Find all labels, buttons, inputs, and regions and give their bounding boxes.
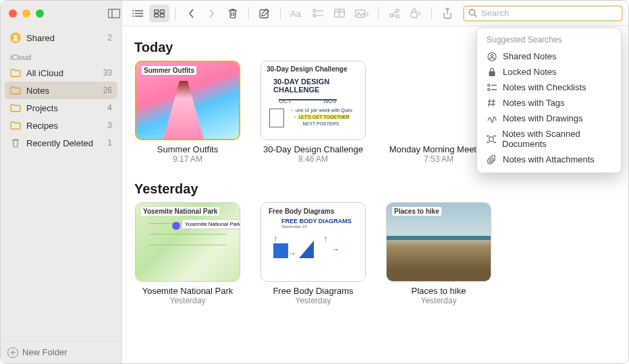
suggested-item-drawings[interactable]: Notes with Drawings — [480, 111, 618, 126]
svg-text:Aa: Aa — [290, 9, 302, 18]
thumb-line: FREE BODY DIAGRAMS — [281, 218, 352, 224]
new-note-button[interactable] — [254, 5, 275, 22]
note-thumbnail: 30-DAY DESIGN CHALLENGE → one UI per wee… — [261, 61, 366, 140]
toolbar-separator — [280, 7, 281, 20]
sidebar-item-label: All iCloud — [26, 68, 63, 78]
suggested-item-label: Shared Notes — [503, 51, 557, 61]
sidebar-item-label: Recently Deleted — [26, 138, 93, 148]
svg-point-6 — [132, 10, 134, 11]
trash-icon — [10, 138, 21, 148]
search-field[interactable] — [463, 5, 623, 22]
sidebar-item-count: 2 — [107, 33, 112, 42]
suggested-item-scanned[interactable]: Notes with Scanned Documents — [480, 126, 618, 152]
table-button[interactable] — [329, 5, 350, 22]
note-card[interactable]: 30-DAY DESIGN CHALLENGE → one UI per wee… — [260, 61, 366, 164]
list-view-button[interactable] — [128, 5, 148, 22]
svg-line-40 — [493, 99, 493, 107]
sidebar-item-recipes[interactable]: Recipes 3 — [5, 117, 117, 134]
share-button[interactable] — [437, 5, 458, 22]
thumb-line: September 19 — [281, 224, 307, 229]
svg-rect-0 — [109, 9, 120, 18]
note-card[interactable]: Places to hike Places to hike Yesterday — [385, 202, 492, 305]
close-window-button[interactable] — [9, 9, 17, 18]
suggested-item-label: Notes with Scanned Documents — [502, 129, 611, 149]
note-thumbnail: Places to hike — [386, 202, 491, 282]
svg-point-8 — [132, 16, 134, 17]
svg-point-15 — [313, 9, 316, 12]
svg-rect-43 — [489, 137, 493, 142]
suggested-item-shared[interactable]: Shared Notes — [480, 49, 618, 64]
sidebar-item-recently-deleted[interactable]: Recently Deleted 1 — [5, 134, 117, 152]
scribble-icon — [487, 113, 497, 123]
media-button[interactable] — [351, 5, 373, 22]
sidebar-item-count: 1 — [107, 138, 112, 148]
note-time: Yesterday — [134, 296, 241, 305]
suggested-item-label: Notes with Drawings — [503, 113, 583, 123]
sidebar-item-label: Notes — [26, 86, 49, 96]
svg-point-33 — [491, 54, 493, 57]
svg-line-27 — [393, 11, 396, 15]
toggle-sidebar-icon[interactable] — [107, 6, 121, 21]
note-title: Places to hike — [385, 286, 492, 296]
sidebar-item-shared[interactable]: Shared 2 — [5, 29, 117, 47]
thumb-line: 30-DAY DESIGN — [273, 78, 329, 86]
svg-rect-29 — [411, 12, 417, 18]
thumb-bullets: → one UI per week with Ques→ LET'S GET T… — [290, 107, 352, 127]
sidebar-item-notes[interactable]: Notes 26 — [5, 82, 117, 99]
folder-icon — [10, 121, 21, 130]
svg-line-31 — [474, 15, 477, 18]
svg-rect-9 — [155, 9, 159, 13]
note-card[interactable]: Summer Outfits Summer Outfits 9:17 AM — [134, 61, 241, 164]
checklist-button[interactable] — [308, 5, 328, 22]
arrow-icon: → — [331, 245, 339, 254]
note-card[interactable]: FREE BODY DIAGRAMS September 19 ↑ → ↑ → … — [260, 202, 366, 305]
sidebar-item-label: Projects — [26, 103, 58, 113]
search-icon — [468, 9, 477, 18]
suggested-item-tags[interactable]: Notes with Tags — [480, 95, 618, 111]
new-folder-label: New Folder — [22, 347, 67, 357]
folder-icon — [10, 103, 21, 113]
svg-rect-34 — [489, 71, 495, 76]
suggested-item-label: Notes with Tags — [503, 98, 565, 108]
suggested-searches-popover: Suggested Searches Shared Notes Locked N… — [476, 28, 622, 173]
thumb-title: 30-Day Design Challenge — [267, 65, 347, 73]
back-button[interactable] — [181, 5, 201, 22]
lock-button[interactable] — [406, 5, 426, 22]
hashtag-icon — [487, 98, 497, 108]
lock-icon — [487, 67, 497, 77]
plus-circle-icon — [7, 347, 18, 358]
suggested-item-label: Notes with Attachments — [503, 154, 595, 164]
note-thumbnail: Summer Outfits — [135, 61, 240, 140]
svg-point-37 — [487, 88, 489, 90]
new-folder-button[interactable]: New Folder — [1, 340, 121, 363]
svg-point-17 — [313, 14, 316, 17]
suggested-item-locked[interactable]: Locked Notes — [480, 64, 618, 80]
suggested-item-attachments[interactable]: Notes with Attachments — [480, 152, 618, 167]
delete-button[interactable] — [223, 5, 243, 22]
svg-point-30 — [469, 9, 474, 15]
map-label: Yosemite National Park — [182, 219, 240, 229]
svg-rect-13 — [260, 9, 268, 18]
thumb-title: Places to hike — [392, 207, 441, 216]
triangle-icon — [299, 241, 314, 258]
forward-button[interactable] — [201, 5, 221, 22]
gallery-view-button[interactable] — [149, 5, 169, 22]
link-note-button[interactable] — [384, 5, 404, 22]
sidebar-item-projects[interactable]: Projects 4 — [5, 99, 117, 117]
note-card[interactable]: Yosemite National Park Yosemite National… — [134, 202, 241, 305]
suggested-item-checklists[interactable]: Notes with Checklists — [480, 80, 618, 95]
fullscreen-window-button[interactable] — [36, 9, 44, 18]
note-time: Yesterday — [385, 296, 492, 305]
sidebar-item-count: 33 — [103, 68, 112, 78]
svg-line-39 — [489, 99, 489, 107]
svg-point-7 — [132, 13, 134, 14]
sidebar-item-all-icloud[interactable]: All iCloud 33 — [5, 64, 117, 82]
format-button[interactable]: Aa — [286, 5, 306, 22]
folder-icon — [10, 86, 21, 95]
sidebar: Shared 2 iCloud All iCloud 33 Notes 26 — [1, 1, 122, 363]
search-input[interactable] — [481, 8, 618, 18]
suggested-item-label: Locked Notes — [503, 67, 557, 77]
minimize-window-button[interactable] — [22, 9, 30, 18]
svg-point-24 — [389, 14, 393, 18]
toolbar-separator — [248, 7, 249, 20]
